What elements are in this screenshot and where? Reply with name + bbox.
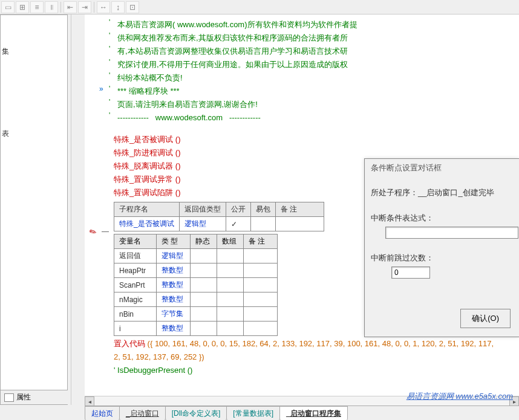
- tab-window[interactable]: _启动窗口: [119, 406, 166, 421]
- sub-note: [275, 217, 324, 231]
- comment-line: 本易语言资源网( www.wodesoft.com)所有软件和资料均为软件作者提: [85, 20, 357, 29]
- asm-prefix: 置入代码: [114, 339, 145, 348]
- table-row[interactable]: nBin字节集: [114, 307, 278, 321]
- sub-th: 易包: [250, 202, 275, 217]
- tool-icon-7[interactable]: ↔: [97, 1, 110, 13]
- cond-label: 中断条件表达式：: [371, 211, 513, 225]
- var-th: 类 型: [157, 234, 191, 249]
- toolbar: ▭ ⊞ ≡ ⫴ ⇤ ⇥ ↔ ↨ ⊡: [0, 0, 519, 15]
- var-th: 变量名: [114, 234, 157, 249]
- func-call: 特殊_防进程调试 (): [85, 146, 519, 160]
- table-row[interactable]: nMagic整数型: [114, 292, 278, 307]
- var-th: 数组: [217, 234, 244, 249]
- tool-icon-3[interactable]: ≡: [30, 1, 44, 13]
- comment-line: 有,本站易语言资源网整理收集仅供易语言用户学习和易语言技术研: [85, 47, 348, 56]
- comment-line: 供和网友推荐发布而来,其版权归该软件和程序源码的合法拥有者所: [85, 33, 348, 42]
- func-call: 特殊_是否被调试 (): [85, 133, 519, 146]
- properties-tab[interactable]: 属性: [1, 390, 68, 404]
- sub-th: 返回值类型: [179, 202, 226, 217]
- comment-line: 纠纷本站概不负责!: [85, 73, 183, 82]
- dialog-title: 条件断点设置对话框: [365, 159, 519, 177]
- sub-pub: ✓: [226, 217, 250, 231]
- sub-th: 公开: [226, 202, 250, 217]
- collapse-marker[interactable]: —: [102, 227, 109, 236]
- tab-bar: 起始页 _启动窗口 [Dll命令定义表] [常量数据表] _启动窗口程序集: [85, 405, 519, 420]
- tab-dll[interactable]: [Dll命令定义表]: [165, 406, 227, 421]
- properties-label: 属性: [16, 392, 31, 402]
- sub-type: 逻辑型: [184, 219, 206, 228]
- fold-marker-icon[interactable]: »: [99, 85, 103, 93]
- var-th: 静态: [191, 234, 217, 249]
- comment-line: 页面,请注明来自易语言资源网,谢谢合作!: [85, 100, 258, 109]
- proc-label: 所处子程序：: [371, 188, 418, 197]
- table-row[interactable]: i整数型: [114, 321, 278, 336]
- ok-button[interactable]: 确认(O): [460, 309, 511, 328]
- skip-count-input[interactable]: [391, 267, 430, 279]
- tool-icon-1[interactable]: ▭: [1, 1, 15, 13]
- table-row[interactable]: HeapPtr整数型: [114, 263, 278, 278]
- tool-icon-6[interactable]: ⇥: [78, 1, 91, 13]
- tool-icon-2[interactable]: ⊞: [16, 1, 29, 13]
- properties-icon: [4, 393, 14, 402]
- tool-icon-4[interactable]: ⫴: [45, 1, 58, 13]
- comment-line: 究探讨使用,不得用于任何商业用途。如果由于以上原因造成的版权: [85, 60, 348, 69]
- comment-line: ------------ www.wodesoft.com ----------…: [85, 113, 261, 122]
- tool-icon-5[interactable]: ⇤: [64, 1, 77, 13]
- left-text-1: 集: [2, 47, 9, 57]
- panel-divider[interactable]: [68, 15, 71, 405]
- table-row[interactable]: 返回值逻辑型: [114, 249, 278, 263]
- scroll-left-icon[interactable]: ◂: [85, 396, 94, 406]
- proc-name: __启动窗口_创建完毕: [418, 188, 494, 197]
- asm-code: ({ 100, 161, 48, 0, 0, 0, 15, 182, 64, 2…: [114, 339, 494, 361]
- subroutine-table: 子程序名 返回值类型 公开 易包 备 注 特殊_是否被调试 逻辑型 ✓: [114, 202, 324, 231]
- table-row[interactable]: ScanPrt整数型: [114, 278, 278, 292]
- watermark: 易语言资源网 www.e5a5x.com: [406, 391, 513, 402]
- left-text-2: 表: [2, 129, 9, 139]
- skip-label: 中断前跳过次数：: [371, 251, 513, 265]
- sub-name: 特殊_是否被调试: [119, 219, 174, 228]
- var-th: 备 注: [244, 234, 278, 249]
- tool-icon-9[interactable]: ⊡: [126, 1, 139, 13]
- debugger-comment: ' IsDebuggerPresent (): [85, 364, 519, 377]
- tab-start[interactable]: 起始页: [85, 406, 120, 421]
- tool-icon-8[interactable]: ↨: [111, 1, 125, 13]
- tab-const[interactable]: [常量数据表]: [226, 406, 280, 421]
- tab-active[interactable]: _启动窗口程序集: [279, 406, 348, 421]
- breakpoint-dialog: 条件断点设置对话框 所处子程序：__启动窗口_创建完毕 中断条件表达式： 中断前…: [364, 158, 519, 337]
- condition-input[interactable]: [385, 227, 518, 239]
- table-row[interactable]: 特殊_是否被调试 逻辑型 ✓: [114, 217, 324, 231]
- sub-th: 备 注: [275, 202, 324, 217]
- variable-table: 变量名 类 型 静态 数组 备 注 返回值逻辑型 HeapPtr整数型 Scan…: [114, 234, 278, 336]
- left-panel: 集 表 属性: [0, 15, 68, 405]
- sub-th: 子程序名: [114, 202, 180, 217]
- sub-pkg: [250, 217, 275, 231]
